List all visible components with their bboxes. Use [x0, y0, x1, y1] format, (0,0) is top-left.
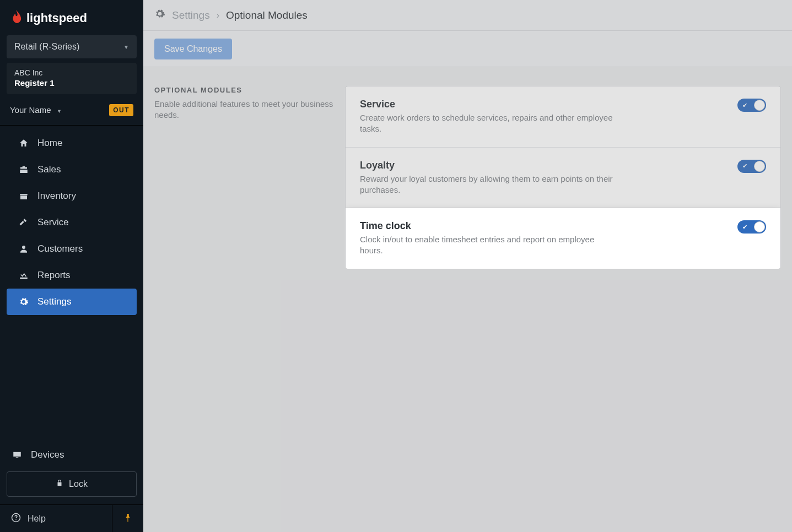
- gear-icon: [154, 8, 165, 22]
- nav-label: Customers: [37, 243, 83, 254]
- company-name: ABC Inc: [14, 68, 129, 77]
- module-loyalty: Loyalty Reward your loyal customers by a…: [346, 148, 780, 209]
- breadcrumb-current: Optional Modules: [226, 9, 308, 21]
- box-icon: [19, 191, 29, 201]
- flame-icon: [10, 10, 22, 26]
- lock-label: Lock: [69, 479, 88, 489]
- nav-label: Reports: [37, 270, 71, 281]
- module-service: Service Create work orders to schedule s…: [346, 86, 780, 148]
- nav-home[interactable]: Home: [7, 130, 137, 156]
- check-icon: ✔: [742, 162, 747, 170]
- check-icon: ✔: [742, 102, 747, 109]
- nav-label: Devices: [31, 449, 64, 460]
- nav-label: Home: [37, 138, 62, 149]
- nav-service[interactable]: Service: [7, 209, 137, 236]
- breadcrumb-bar: Settings › Optional Modules: [143, 0, 792, 31]
- chart-icon: [19, 270, 29, 280]
- nav-settings[interactable]: Settings: [7, 289, 137, 315]
- section-title: OPTIONAL MODULES: [154, 86, 334, 94]
- product-selector-label: Retail (R-Series): [14, 42, 79, 52]
- user-name: Your Name: [10, 105, 51, 115]
- chevron-down-icon: ▼: [57, 108, 62, 114]
- nav-label: Sales: [37, 164, 61, 175]
- chevron-right-icon: ›: [217, 10, 219, 20]
- nav-label: Inventory: [37, 191, 76, 202]
- gear-icon: [19, 297, 29, 307]
- lock-icon: [56, 479, 63, 490]
- toggle-knob: [754, 161, 765, 172]
- toggle-knob: [754, 100, 765, 111]
- product-selector[interactable]: Retail (R-Series) ▼: [7, 35, 137, 58]
- nav-customers[interactable]: Customers: [7, 236, 137, 262]
- module-description: Clock in/out to enable timesheet entries…: [360, 234, 619, 257]
- module-title: Time clock: [360, 220, 619, 232]
- sidebar: lightspeed Retail (R-Series) ▼ ABC Inc R…: [0, 0, 143, 532]
- user-icon: [19, 244, 29, 254]
- module-toggle-time-clock[interactable]: ✔: [737, 220, 766, 234]
- nav-label: Settings: [37, 296, 71, 307]
- brand-logo: lightspeed: [0, 0, 143, 35]
- nav-label: Service: [37, 217, 69, 228]
- help-button[interactable]: Help: [0, 505, 112, 532]
- lock-button[interactable]: Lock: [7, 471, 137, 497]
- content-area: OPTIONAL MODULES Enable additional featu…: [143, 67, 792, 532]
- save-button[interactable]: Save Changes: [154, 39, 232, 59]
- nav-devices[interactable]: Devices: [7, 442, 137, 468]
- sidebar-bottom: Devices Lock: [0, 442, 143, 504]
- module-toggle-service[interactable]: ✔: [737, 99, 766, 112]
- svg-point-0: [22, 246, 25, 249]
- module-description: Create work orders to schedule services,…: [360, 112, 619, 135]
- module-time-clock: Time clock Clock in/out to enable timesh…: [346, 208, 780, 269]
- check-icon: ✔: [742, 224, 747, 231]
- main-area: Settings › Optional Modules Save Changes…: [143, 0, 792, 532]
- account-box[interactable]: ABC Inc Register 1: [7, 63, 137, 94]
- module-description: Reward your loyal customers by allowing …: [360, 173, 619, 196]
- clock-status-badge[interactable]: OUT: [109, 104, 133, 116]
- module-title: Service: [360, 99, 619, 110]
- hammer-icon: [19, 218, 29, 227]
- home-icon: [19, 138, 29, 148]
- breadcrumb-root[interactable]: Settings: [172, 9, 210, 21]
- main-nav: Home Sales Inventory Service Customers R…: [0, 126, 143, 442]
- section-info: OPTIONAL MODULES Enable additional featu…: [154, 86, 334, 121]
- pin-icon: [124, 513, 132, 525]
- brand-name: lightspeed: [26, 11, 87, 25]
- modules-panel: Service Create work orders to schedule s…: [345, 86, 781, 269]
- nav-inventory[interactable]: Inventory: [7, 183, 137, 209]
- user-row[interactable]: Your Name ▼ OUT: [0, 96, 143, 126]
- section-description: Enable additional features to meet your …: [154, 99, 334, 121]
- toggle-knob: [754, 221, 765, 232]
- help-label: Help: [28, 514, 46, 524]
- question-icon: [11, 513, 21, 525]
- modules-card: Service Create work orders to schedule s…: [345, 86, 781, 269]
- register-name: Register 1: [14, 78, 129, 88]
- module-toggle-loyalty[interactable]: ✔: [737, 160, 766, 173]
- sidebar-footer: Help: [0, 504, 143, 532]
- register-icon: [19, 165, 29, 175]
- chevron-down-icon: ▼: [123, 44, 129, 50]
- pin-button[interactable]: [112, 505, 143, 532]
- action-bar: Save Changes: [143, 31, 792, 67]
- nav-sales[interactable]: Sales: [7, 156, 137, 183]
- monitor-icon: [12, 450, 22, 460]
- nav-reports[interactable]: Reports: [7, 262, 137, 289]
- svg-point-2: [15, 519, 17, 520]
- module-title: Loyalty: [360, 160, 619, 171]
